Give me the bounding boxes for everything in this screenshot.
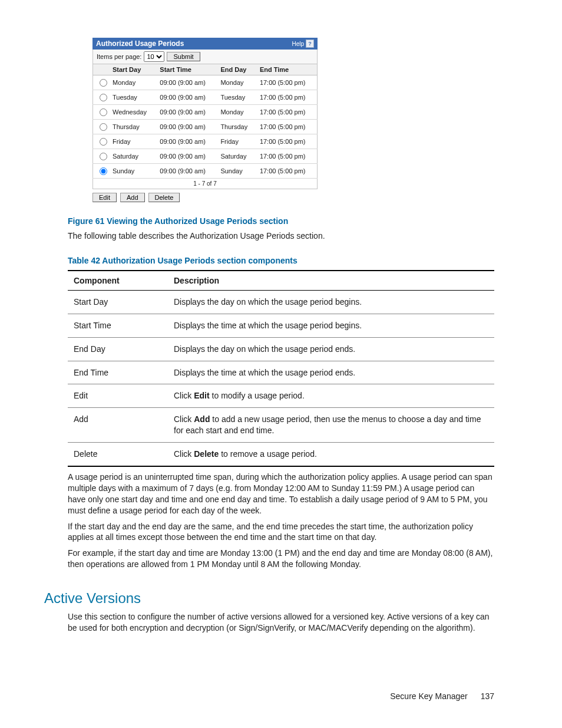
help-label: Help <box>292 41 304 47</box>
cell-start-day: Friday <box>109 134 156 149</box>
comp-cell-description: Click Add to add a new usage period, the… <box>168 408 494 443</box>
footer-title: Secure Key Manager <box>390 691 468 701</box>
schedule-table: Start Day Start Time End Day End Time Mo… <box>92 64 318 179</box>
desc-pre: Displays the time at which the usage per… <box>174 368 355 377</box>
cell-end-time: 17:00 (5:00 pm) <box>256 149 318 164</box>
col-end-day: End Day <box>217 64 256 75</box>
paragraph-2: If the start day and the end day are the… <box>68 521 494 543</box>
col-select <box>93 64 110 75</box>
authorized-usage-periods-panel: Authorized Usage Periods Help ? Items pe… <box>92 38 318 202</box>
desc-pre: Displays the time at which the usage per… <box>174 321 362 330</box>
table-row: Start DayDisplays the day on which the u… <box>68 290 494 314</box>
row-radio[interactable] <box>100 108 107 116</box>
col-start-time: Start Time <box>156 64 217 75</box>
desc-bold: Add <box>194 414 210 424</box>
comp-cell-component: Edit <box>68 384 168 408</box>
cell-end-day: Thursday <box>217 120 256 134</box>
desc-pre: Click <box>174 414 194 424</box>
edit-button[interactable]: Edit <box>92 193 117 202</box>
paragraph-1: A usage period is an uninterrupted time … <box>68 472 494 516</box>
comp-cell-component: Start Time <box>68 314 168 337</box>
components-table: Component Description Start DayDisplays … <box>68 270 494 467</box>
cell-start-time: 09:00 (9:00 am) <box>156 105 217 120</box>
table-row: Thursday09:00 (9:00 am)Thursday17:00 (5:… <box>93 120 318 134</box>
table-row: End DayDisplays the day on which the usa… <box>68 337 494 361</box>
table-row: Saturday09:00 (9:00 am)Saturday17:00 (5:… <box>93 149 318 164</box>
desc-pre: Displays the day on which the usage peri… <box>174 344 355 354</box>
desc-pre: Click <box>174 391 194 400</box>
row-radio[interactable] <box>100 123 107 131</box>
cell-start-day: Monday <box>109 75 156 90</box>
comp-cell-component: End Day <box>68 337 168 361</box>
cell-end-day: Monday <box>217 105 256 120</box>
comp-cell-description: Click Edit to modify a usage period. <box>168 384 494 408</box>
table-row: Friday09:00 (9:00 am)Friday17:00 (5:00 p… <box>93 134 318 149</box>
help-link[interactable]: Help ? <box>292 39 314 48</box>
col-start-day: Start Day <box>109 64 156 75</box>
paragraph-3: For example, if the start day and time a… <box>68 548 494 570</box>
desc-post: to modify a usage period. <box>210 391 305 400</box>
col-end-time: End Time <box>256 64 318 75</box>
section-heading-active-versions: Active Versions <box>44 590 494 607</box>
cell-start-day: Thursday <box>109 120 156 134</box>
desc-post: to remove a usage period. <box>219 449 317 459</box>
comp-cell-description: Click Delete to remove a usage period. <box>168 443 494 466</box>
cell-end-time: 17:00 (5:00 pm) <box>256 90 318 105</box>
cell-end-day: Saturday <box>217 149 256 164</box>
panel-header: Authorized Usage Periods Help ? <box>92 38 318 50</box>
table-row: EditClick Edit to modify a usage period. <box>68 384 494 408</box>
table-row: Start TimeDisplays the time at which the… <box>68 314 494 337</box>
cell-end-time: 17:00 (5:00 pm) <box>256 134 318 149</box>
row-radio[interactable] <box>100 79 107 87</box>
cell-start-day: Wednesday <box>109 105 156 120</box>
desc-bold: Delete <box>194 449 219 459</box>
panel-title: Authorized Usage Periods <box>96 39 184 48</box>
desc-pre: Displays the day on which the usage peri… <box>174 297 362 307</box>
row-radio[interactable] <box>100 94 107 101</box>
comp-header-component: Component <box>68 271 168 291</box>
table-row: Wednesday09:00 (9:00 am)Monday17:00 (5:0… <box>93 105 318 120</box>
row-radio[interactable] <box>100 138 107 146</box>
items-per-page-select[interactable]: 10 <box>144 51 164 62</box>
desc-pre: Click <box>174 449 194 459</box>
cell-end-time: 17:00 (5:00 pm) <box>256 105 318 120</box>
intro-paragraph: The following table describes the Author… <box>68 230 494 242</box>
cell-start-time: 09:00 (9:00 am) <box>156 90 217 105</box>
cell-start-time: 09:00 (9:00 am) <box>156 75 217 90</box>
row-radio[interactable] <box>100 153 107 160</box>
cell-start-day: Saturday <box>109 149 156 164</box>
comp-cell-component: Delete <box>68 443 168 466</box>
cell-end-time: 17:00 (5:00 pm) <box>256 120 318 134</box>
add-button[interactable]: Add <box>120 193 145 202</box>
comp-cell-description: Displays the day on which the usage peri… <box>168 337 494 361</box>
cell-start-day: Tuesday <box>109 90 156 105</box>
cell-end-day: Sunday <box>217 164 256 179</box>
submit-button[interactable]: Submit <box>167 52 200 61</box>
table-row: Tuesday09:00 (9:00 am)Tuesday17:00 (5:00… <box>93 90 318 105</box>
cell-start-time: 09:00 (9:00 am) <box>156 164 217 179</box>
page-footer: Secure Key Manager 137 <box>390 691 494 701</box>
comp-header-description: Description <box>168 271 494 291</box>
table-row: Monday09:00 (9:00 am)Monday17:00 (5:00 p… <box>93 75 318 90</box>
section-paragraph: Use this section to configure the number… <box>68 611 494 634</box>
row-radio[interactable] <box>100 167 107 175</box>
cell-start-day: Sunday <box>109 164 156 179</box>
schedule-footer-range: 1 - 7 of 7 <box>92 179 318 189</box>
delete-button[interactable]: Delete <box>148 193 180 202</box>
table-caption: Table 42 Authorization Usage Periods sec… <box>68 256 494 265</box>
comp-cell-component: Start Day <box>68 290 168 314</box>
footer-page-number: 137 <box>481 691 494 701</box>
cell-start-time: 09:00 (9:00 am) <box>156 134 217 149</box>
cell-end-time: 17:00 (5:00 pm) <box>256 75 318 90</box>
figure-caption: Figure 61 Viewing the Authorized Usage P… <box>68 216 494 226</box>
comp-cell-description: Displays the time at which the usage per… <box>168 314 494 337</box>
table-row: DeleteClick Delete to remove a usage per… <box>68 443 494 466</box>
comp-cell-component: Add <box>68 408 168 443</box>
table-row: AddClick Add to add a new usage period, … <box>68 408 494 443</box>
cell-end-day: Tuesday <box>217 90 256 105</box>
comp-cell-component: End Time <box>68 361 168 384</box>
cell-start-time: 09:00 (9:00 am) <box>156 120 217 134</box>
comp-cell-description: Displays the day on which the usage peri… <box>168 290 494 314</box>
cell-start-time: 09:00 (9:00 am) <box>156 149 217 164</box>
table-row: End TimeDisplays the time at which the u… <box>68 361 494 384</box>
